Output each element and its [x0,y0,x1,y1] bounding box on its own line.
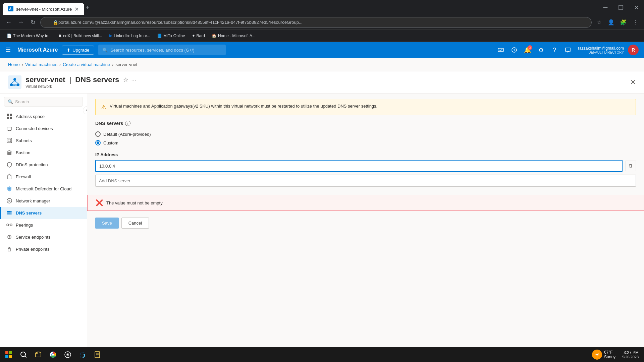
resource-title: server-vnet [25,75,65,84]
breadcrumb-current: server-vnet [116,62,138,67]
taskbar-chrome-button[interactable] [46,347,60,362]
sidebar-item-ms-defender[interactable]: Microsoft Defender for Cloud [0,183,87,195]
sidebar-item-peerings[interactable]: Peerings [0,219,87,231]
back-button[interactable]: ← [4,18,13,27]
close-panel-button[interactable]: ✕ [630,78,636,86]
svg-rect-33 [9,351,12,354]
taskbar: ☀ 67°F Sunny 3:27 PM 5/26/2023 [0,347,644,362]
private-endpoints-icon [6,246,12,252]
forward-button[interactable]: → [16,18,25,27]
browser-tab[interactable]: A server-vnet - Microsoft Azure ✕ [3,3,84,15]
svg-rect-14 [7,117,9,119]
resource-subtitle: Virtual network [25,84,136,89]
sidebar-item-dns-servers[interactable]: DNS servers [0,207,87,219]
sidebar-item-ddos-protection[interactable]: DDoS protection [0,159,87,171]
bookmark-mitx[interactable]: 📘 MITx Online [154,32,188,40]
svg-rect-19 [7,152,11,155]
dns-radio-group: Default (Azure-provided) Custom [95,131,636,145]
sidebar-label-ms-defender: Microsoft Defender for Cloud [16,186,71,191]
breadcrumb-virtual-machines[interactable]: Virtual machines [25,62,57,67]
bookmark-bard[interactable]: ✦ Bard [189,32,208,40]
weather-widget[interactable]: ☀ 67°F Sunny [588,350,620,360]
upgrade-button[interactable]: ⬆ Upgrade [62,46,94,55]
radio-custom-button[interactable] [95,140,101,145]
radio-default-button[interactable] [95,131,101,137]
sidebar-label-ddos: DDoS protection [16,162,48,167]
sidebar-item-network-manager[interactable]: Network manager [0,195,87,207]
svg-point-39 [52,354,54,356]
more-options-button[interactable]: ··· [131,76,136,83]
ms-defender-icon [6,186,12,192]
notifications-button[interactable]: 🔔 3 [522,44,534,56]
extensions-icon[interactable]: 🧩 [619,18,628,27]
close-window-button[interactable]: ✕ [629,0,644,15]
subnets-icon [6,137,12,143]
address-bar[interactable]: 🔒 portal.azure.com/#@razzakshalimgmail.c… [40,17,592,28]
radio-custom[interactable]: Custom [95,140,636,145]
feedback-button[interactable] [562,44,574,56]
save-button[interactable]: Save [95,218,119,229]
profile-icon[interactable]: 👤 [606,18,616,27]
bookmark-star-icon[interactable]: ☆ [594,18,604,27]
azure-search-bar[interactable]: 🔍 Search resources, services, and docs (… [98,45,226,55]
taskbar-music-button[interactable] [60,347,75,362]
copilot-button[interactable] [508,44,520,56]
taskbar-edge-button[interactable] [75,347,90,362]
svg-rect-15 [10,117,12,119]
hamburger-menu[interactable]: ☰ [5,46,11,54]
svg-rect-13 [10,114,12,116]
sidebar-item-bastion[interactable]: Bastion [0,146,87,159]
sidebar-item-connected-devices[interactable]: Connected devices [0,122,87,134]
bookmark-linkedin[interactable]: in LinkedIn: Log In or... [106,32,153,40]
help-button[interactable]: ? [548,44,560,56]
sidebar-search-icon: 🔍 [8,99,13,104]
ip-address-label: IP Address [95,152,636,157]
settings-icon[interactable]: ⋮ [631,18,640,27]
sidebar-label-subnets: Subnets [16,138,32,143]
breadcrumb-create-vm[interactable]: Create a virtual machine [63,62,110,67]
sidebar-item-subnets[interactable]: Subnets [0,134,87,146]
sidebar-label-network-manager: Network manager [16,198,50,203]
weather-icon: ☀ [592,350,602,360]
add-dns-input[interactable] [95,175,636,187]
sidebar-item-address-space[interactable]: Address space [0,110,87,122]
sidebar-item-service-endpoints[interactable]: Service endpoints [0,231,87,243]
cloud-shell-button[interactable] [495,44,507,56]
radio-default[interactable]: Default (Azure-provided) [95,131,636,137]
settings-button[interactable]: ⚙ [535,44,547,56]
delete-ip-button[interactable] [625,161,636,171]
svg-point-5 [13,78,16,81]
cancel-button[interactable]: Cancel [121,218,149,229]
new-tab-button[interactable]: + [86,4,90,11]
taskbar-notepad-button[interactable] [90,347,105,362]
bookmark-edx[interactable]: ✖ edX | Build new skill... [56,32,105,40]
sidebar-search-input[interactable]: 🔍 Search [4,97,83,107]
favorite-star-button[interactable]: ☆ [123,76,128,83]
date-display: 5/26/2023 [622,355,639,359]
svg-rect-18 [8,139,11,142]
svg-point-27 [7,224,9,226]
maximize-button[interactable]: ❐ [613,0,629,15]
svg-point-42 [67,354,68,355]
ip-address-input[interactable] [95,160,623,172]
start-button[interactable] [1,347,16,362]
taskbar-files-button[interactable] [31,347,46,362]
bookmark-modern[interactable]: 📄 The Modern Way to... [4,32,54,40]
sidebar-item-firewall[interactable]: Firewall [0,171,87,183]
taskbar-search-button[interactable] [16,347,31,362]
taskbar-time[interactable]: 3:27 PM 5/26/2023 [620,350,641,359]
sidebar-label-dns-servers: DNS servers [16,210,42,216]
sidebar-search-placeholder: Search [15,99,29,104]
dns-info-icon[interactable]: i [125,121,130,126]
svg-rect-12 [7,114,9,116]
minimize-button[interactable]: ─ [598,0,613,15]
breadcrumb-home[interactable]: Home [8,62,20,67]
refresh-button[interactable]: ↻ [28,18,38,27]
dns-servers-section: DNS servers i Default (Azure-provided) C… [87,121,644,195]
sidebar-item-private-endpoints[interactable]: Private endpoints [0,243,87,255]
user-avatar[interactable]: R [628,45,639,55]
sidebar-label-peerings: Peerings [16,223,33,228]
close-tab-button[interactable]: ✕ [74,6,79,12]
sidebar-label-bastion: Bastion [16,150,30,155]
bookmark-home[interactable]: 🏠 Home - Microsoft A... [209,32,258,40]
